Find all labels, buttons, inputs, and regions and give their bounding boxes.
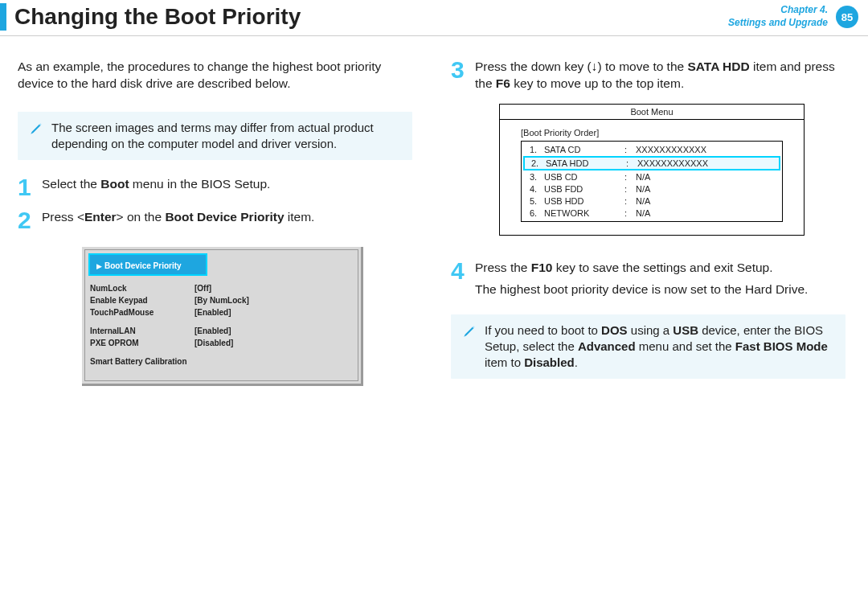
- right-column: 3 Press the down key (↓) to move to the …: [451, 59, 845, 395]
- step-number: 4: [451, 260, 467, 281]
- note-icon: [29, 121, 43, 136]
- bios-row: Smart Battery Calibration: [90, 355, 353, 368]
- device: USB HDD: [544, 196, 624, 206]
- bold: DOS: [601, 323, 628, 337]
- boot-item-highlighted: 2.SATA HDD:XXXXXXXXXXXX: [523, 156, 780, 170]
- idx: 6.: [530, 208, 544, 218]
- step-number: 3: [451, 59, 467, 80]
- device: SATA CD: [544, 145, 624, 154]
- val: N/A: [636, 208, 650, 218]
- val: N/A: [636, 184, 650, 194]
- val: XXXXXXXXXXXX: [637, 158, 708, 168]
- t: The highest boot priority device is now …: [475, 281, 808, 298]
- sep: :: [624, 172, 636, 182]
- idx: 5.: [530, 196, 544, 206]
- bold: SATA HDD: [687, 60, 749, 73]
- device: SATA HDD: [546, 158, 626, 168]
- value: [Enabled]: [194, 325, 231, 337]
- value: [Disabled]: [194, 337, 233, 349]
- bios-rows: NumLock[Off] Enable Keypad[By NumLock] T…: [85, 281, 358, 380]
- t: .: [575, 355, 578, 369]
- device: USB FDD: [544, 184, 624, 194]
- content-area: As an example, the procedures to change …: [0, 36, 868, 395]
- bold: Boot Device Priority: [165, 210, 284, 224]
- bios-row: TouchPadMouse[Enabled]: [90, 306, 353, 318]
- caret-icon: ▶: [96, 262, 102, 270]
- step-4-text: Press the F10 key to save the settings a…: [475, 260, 808, 303]
- step-3: 3 Press the down key (↓) to move to the …: [451, 59, 845, 92]
- bold: F10: [531, 261, 553, 274]
- sep: :: [624, 184, 636, 194]
- page-number-badge: 85: [836, 6, 858, 28]
- note-text: The screen images and terms may differ f…: [51, 120, 401, 153]
- bios-header-text: Boot Device Priority: [104, 261, 182, 270]
- t: Select the: [42, 177, 100, 191]
- step-1: 1 Select the Boot menu in the BIOS Setup…: [18, 176, 412, 198]
- bold: Enter: [84, 210, 117, 224]
- step-number: 1: [18, 176, 34, 198]
- bios-setup-panel: ▶Boot Device Priority NumLock[Off] Enabl…: [82, 247, 363, 386]
- bold: F6: [496, 76, 510, 90]
- boot-menu-body: [Boot Priority Order] 1.SATA CD:XXXXXXXX…: [500, 120, 804, 235]
- step-3-text: Press the down key (↓) to move to the SA…: [475, 59, 845, 92]
- bios-inner: ▶Boot Device Priority NumLock[Off] Enabl…: [84, 249, 358, 381]
- bios-boot-priority-item: ▶Boot Device Priority: [88, 253, 207, 276]
- step-number: 2: [18, 209, 34, 231]
- bold: Fast BIOS Mode: [735, 339, 828, 353]
- boot-item: 3.USB CD:N/A: [526, 171, 777, 183]
- chapter-line1: Chapter 4.: [728, 4, 828, 17]
- boot-priority-order-label: [Boot Priority Order]: [521, 128, 783, 138]
- note-text: If you need to boot to DOS using a USB d…: [485, 322, 834, 372]
- boot-item: 1.SATA CD:XXXXXXXXXXXX: [526, 144, 777, 155]
- idx: 1.: [530, 145, 544, 154]
- value: [Enabled]: [194, 306, 231, 318]
- sep: :: [624, 145, 636, 154]
- t: menu and set the: [636, 339, 735, 353]
- boot-menu-panel: Boot Menu [Boot Priority Order] 1.SATA C…: [499, 104, 805, 236]
- value: [By NumLock]: [194, 294, 249, 306]
- t: key to save the settings and exit Setup.: [553, 261, 773, 274]
- t: If you need to boot to: [485, 323, 601, 337]
- label: TouchPadMouse: [90, 306, 194, 318]
- bold: Disabled: [524, 355, 575, 369]
- step-1-text: Select the Boot menu in the BIOS Setup.: [42, 176, 270, 193]
- step-2: 2 Press <Enter> on the Boot Device Prior…: [18, 209, 412, 231]
- info-note-2: If you need to boot to DOS using a USB d…: [451, 314, 845, 380]
- device: NETWORK: [544, 208, 624, 218]
- page-header: Changing the Boot Priority Chapter 4. Se…: [0, 0, 868, 36]
- idx: 2.: [531, 158, 546, 168]
- t: key to move up to the top item.: [510, 76, 684, 90]
- t: Press the: [475, 261, 531, 274]
- value: [Off]: [194, 282, 211, 294]
- t: menu in the BIOS Setup.: [129, 177, 271, 191]
- label: InternalLAN: [90, 325, 194, 337]
- header-right: Chapter 4. Settings and Upgrade 85: [728, 4, 858, 29]
- bold: Boot: [100, 177, 129, 191]
- val: XXXXXXXXXXXX: [636, 145, 706, 154]
- t: item to: [485, 355, 524, 369]
- label: Smart Battery Calibration: [90, 355, 187, 368]
- t: using a: [628, 323, 674, 337]
- idx: 4.: [530, 184, 544, 194]
- t: Press the down key (↓) to move to the: [475, 60, 687, 73]
- label: Enable Keypad: [90, 294, 194, 306]
- boot-item: 5.USB HDD:N/A: [526, 195, 777, 207]
- device: USB CD: [544, 172, 624, 182]
- sep: :: [624, 208, 636, 218]
- label: NumLock: [90, 282, 194, 294]
- idx: 3.: [530, 172, 544, 182]
- chapter-label: Chapter 4. Settings and Upgrade: [728, 4, 828, 29]
- t: item.: [285, 210, 315, 224]
- header-left: Changing the Boot Priority: [0, 3, 301, 31]
- note-icon: [462, 324, 477, 339]
- left-column: As an example, the procedures to change …: [18, 59, 412, 395]
- info-note-1: The screen images and terms may differ f…: [18, 112, 412, 161]
- boot-menu-title: Boot Menu: [500, 105, 804, 120]
- intro-text: As an example, the procedures to change …: [18, 59, 412, 92]
- bios-row: InternalLAN[Enabled]: [90, 325, 353, 337]
- bios-row: PXE OPROM[Disabled]: [90, 337, 353, 349]
- sep: :: [626, 158, 637, 168]
- step-4: 4 Press the F10 key to save the settings…: [451, 260, 845, 303]
- boot-item: 4.USB FDD:N/A: [526, 183, 777, 195]
- t: > on the: [117, 210, 166, 224]
